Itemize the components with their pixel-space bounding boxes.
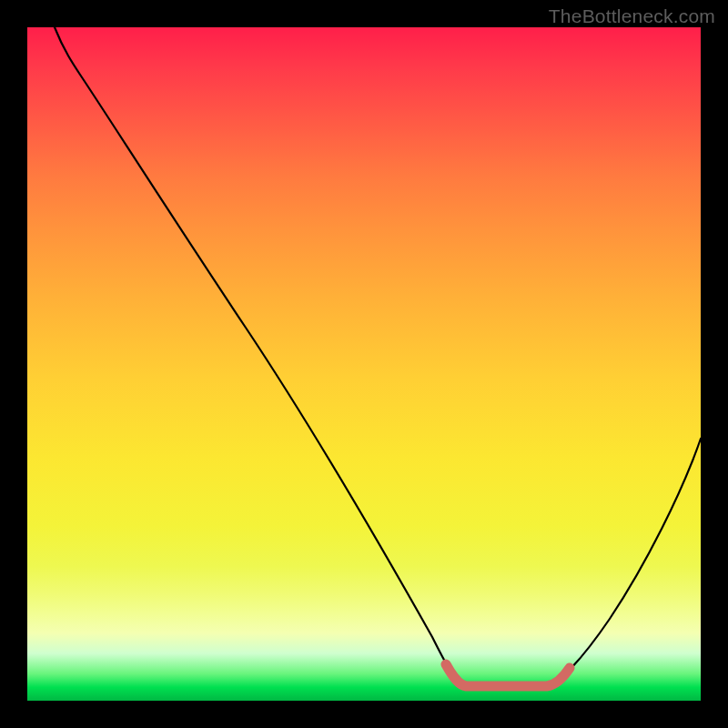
watermark-text: TheBottleneck.com — [549, 5, 715, 27]
plot-area — [27, 27, 701, 701]
chart-svg — [27, 27, 701, 701]
chart-frame: TheBottleneck.com — [0, 0, 728, 728]
bottleneck-curve — [55, 27, 701, 685]
optimal-region-highlight — [446, 664, 570, 686]
